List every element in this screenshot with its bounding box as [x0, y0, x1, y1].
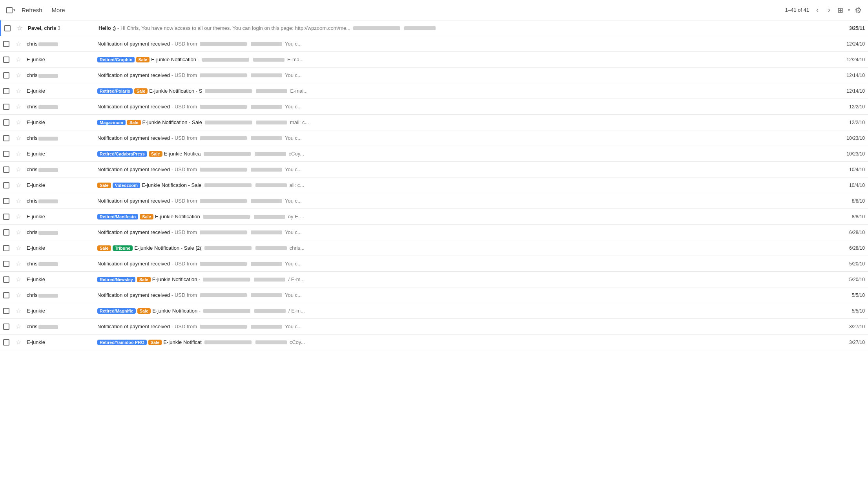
star-container[interactable]: ☆: [16, 40, 27, 48]
star-container[interactable]: ☆: [16, 307, 27, 314]
email-row[interactable]: ☆chrisNotification of payment received -…: [0, 68, 868, 83]
star-icon[interactable]: ☆: [16, 71, 21, 79]
row-checkbox[interactable]: [3, 104, 9, 110]
star-icon[interactable]: ☆: [16, 229, 21, 236]
row-checkbox-container[interactable]: [3, 261, 16, 267]
star-icon[interactable]: ☆: [16, 87, 21, 95]
email-tag[interactable]: Sale: [134, 88, 148, 94]
star-container[interactable]: ☆: [16, 181, 27, 189]
row-checkbox-container[interactable]: [4, 25, 17, 31]
row-checkbox-container[interactable]: [3, 119, 16, 126]
email-row[interactable]: ☆E-junkieRetired/MagnificSaleE-junkie No…: [0, 303, 868, 319]
star-container[interactable]: ☆: [16, 260, 27, 267]
row-checkbox[interactable]: [3, 57, 9, 63]
email-row[interactable]: ☆E-junkieSaleVideozoomE-junkie Notificat…: [0, 177, 868, 193]
email-tag[interactable]: Tribune: [113, 245, 133, 251]
prev-page-button[interactable]: ‹: [814, 5, 821, 15]
star-container[interactable]: ☆: [16, 197, 27, 205]
row-checkbox-container[interactable]: [3, 72, 16, 79]
row-checkbox[interactable]: [3, 166, 9, 173]
row-checkbox-container[interactable]: [3, 57, 16, 63]
row-checkbox-container[interactable]: [3, 166, 16, 173]
row-checkbox[interactable]: [3, 182, 9, 188]
email-row[interactable]: ☆chrisNotification of payment received -…: [0, 162, 868, 177]
star-container[interactable]: ☆: [16, 166, 27, 173]
star-icon[interactable]: ☆: [16, 166, 21, 173]
refresh-button[interactable]: Refresh: [18, 5, 46, 15]
row-checkbox-container[interactable]: [3, 104, 16, 110]
row-checkbox[interactable]: [3, 261, 9, 267]
next-page-button[interactable]: ›: [826, 5, 833, 15]
star-container[interactable]: ☆: [16, 291, 27, 299]
star-container[interactable]: ☆: [16, 134, 27, 142]
email-row[interactable]: ☆E-junkieRetired/ManifestoSaleE-junkie N…: [0, 209, 868, 225]
star-icon[interactable]: ☆: [16, 213, 21, 220]
star-icon[interactable]: ☆: [16, 338, 21, 346]
email-row[interactable]: ☆chrisNotification of payment received -…: [0, 130, 868, 146]
email-row[interactable]: ☆E-junkieRetired/CadabraPressSaleE-junki…: [0, 146, 868, 162]
email-tag[interactable]: Sale: [136, 57, 150, 62]
email-tag[interactable]: Sale: [140, 214, 153, 219]
row-checkbox-container[interactable]: [3, 151, 16, 157]
row-checkbox[interactable]: [3, 245, 9, 251]
email-tag[interactable]: Retired/Magnific: [97, 308, 136, 314]
select-dropdown-arrow[interactable]: ▾: [13, 8, 15, 12]
star-icon[interactable]: ☆: [17, 24, 22, 32]
row-checkbox-container[interactable]: [3, 276, 16, 283]
star-icon[interactable]: ☆: [16, 197, 21, 205]
row-checkbox-container[interactable]: [3, 135, 16, 141]
grid-dropdown-arrow[interactable]: ▾: [848, 8, 850, 12]
email-row[interactable]: ☆Pavel, chris 3Hello ;) - Hi Chris, You …: [0, 20, 868, 36]
row-checkbox[interactable]: [3, 41, 9, 47]
email-tag[interactable]: Videozoom: [113, 183, 140, 188]
row-checkbox[interactable]: [3, 292, 9, 298]
row-checkbox[interactable]: [3, 214, 9, 220]
email-tag[interactable]: Retired/Manifesto: [97, 214, 138, 219]
email-row[interactable]: ☆chrisNotification of payment received -…: [0, 36, 868, 52]
row-checkbox[interactable]: [3, 135, 9, 141]
star-container[interactable]: ☆: [17, 24, 28, 32]
star-icon[interactable]: ☆: [16, 307, 21, 314]
row-checkbox[interactable]: [3, 151, 9, 157]
star-container[interactable]: ☆: [16, 229, 27, 236]
row-checkbox[interactable]: [3, 119, 9, 126]
row-checkbox-container[interactable]: [3, 198, 16, 204]
email-row[interactable]: ☆E-junkieSaleTribuneE-junkie Notificatio…: [0, 240, 868, 256]
row-checkbox-container[interactable]: [3, 292, 16, 298]
row-checkbox-container[interactable]: [3, 245, 16, 251]
star-container[interactable]: ☆: [16, 87, 27, 95]
star-icon[interactable]: ☆: [16, 276, 21, 283]
email-tag[interactable]: Sale: [97, 183, 111, 188]
star-icon[interactable]: ☆: [16, 103, 21, 110]
settings-icon[interactable]: ⚙: [855, 5, 862, 15]
star-container[interactable]: ☆: [16, 323, 27, 330]
row-checkbox-container[interactable]: [3, 339, 16, 346]
email-row[interactable]: ☆chrisNotification of payment received -…: [0, 319, 868, 335]
star-icon[interactable]: ☆: [16, 56, 21, 63]
star-icon[interactable]: ☆: [16, 40, 21, 48]
star-container[interactable]: ☆: [16, 119, 27, 126]
star-container[interactable]: ☆: [16, 103, 27, 110]
select-all-checkbox[interactable]: [6, 7, 13, 13]
email-row[interactable]: ☆chrisNotification of payment received -…: [0, 256, 868, 272]
email-tag[interactable]: Retired/Yamidoo PRO: [97, 340, 147, 345]
row-checkbox[interactable]: [3, 198, 9, 204]
email-row[interactable]: ☆E-junkieRetired/Yamidoo PROSaleE-junkie…: [0, 335, 868, 350]
row-checkbox-container[interactable]: [3, 182, 16, 188]
email-tag[interactable]: Sale: [149, 151, 162, 157]
star-container[interactable]: ☆: [16, 71, 27, 79]
star-icon[interactable]: ☆: [16, 119, 21, 126]
row-checkbox[interactable]: [3, 339, 9, 346]
row-checkbox[interactable]: [3, 88, 9, 94]
email-row[interactable]: ☆chrisNotification of payment received -…: [0, 99, 868, 115]
email-row[interactable]: ☆E-junkieRetired/NewsleySaleE-junkie Not…: [0, 272, 868, 287]
star-icon[interactable]: ☆: [16, 260, 21, 267]
star-container[interactable]: ☆: [16, 213, 27, 220]
email-tag[interactable]: Retired/Newsley: [97, 277, 135, 282]
email-tag[interactable]: Sale: [137, 308, 151, 314]
star-container[interactable]: ☆: [16, 276, 27, 283]
star-icon[interactable]: ☆: [16, 244, 21, 252]
email-row[interactable]: ☆E-junkieMagazinumSaleE-junkie Notificat…: [0, 115, 868, 130]
star-icon[interactable]: ☆: [16, 181, 21, 189]
email-row[interactable]: ☆chrisNotification of payment received -…: [0, 287, 868, 303]
